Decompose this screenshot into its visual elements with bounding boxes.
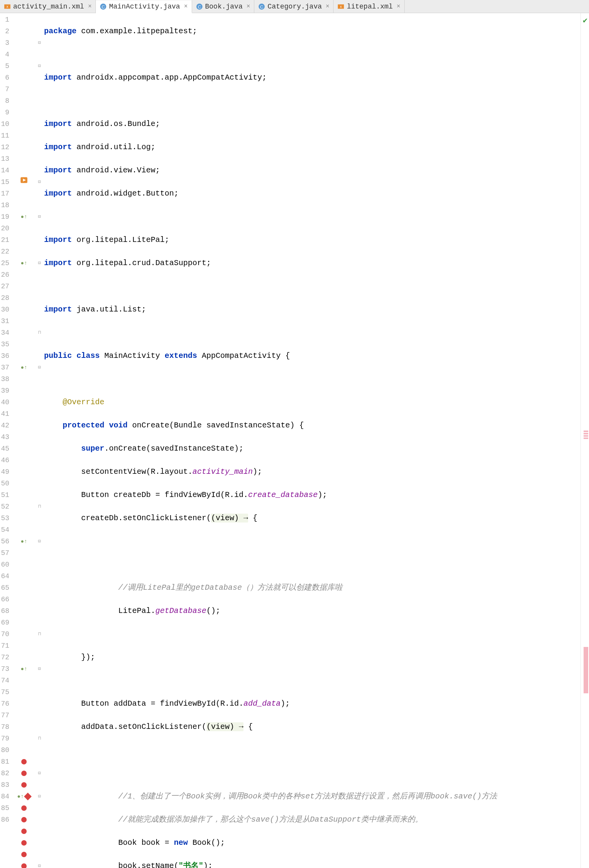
close-icon[interactable]: × [397, 3, 400, 10]
gutter-marks[interactable]: ●↑ ●↑ ●↑ ●↑ ●↑ ●↑ [12, 13, 36, 868]
breakpoint-icon[interactable] [21, 759, 27, 764]
check-icon: ✔ [583, 15, 587, 25]
java-class-icon: C [196, 3, 203, 10]
override-up-icon[interactable]: ●↑ [21, 211, 27, 223]
gutter-line-numbers: 12345 678910 1112131415 17181920 212225 … [0, 13, 12, 868]
tab-litepal-xml[interactable]: x litepal.xml × [334, 0, 404, 13]
code-editor[interactable]: 12345 678910 1112131415 17181920 212225 … [0, 13, 589, 868]
breakpoint-icon[interactable] [21, 771, 27, 776]
code-area[interactable]: package com.example.litpepaltest; import… [43, 13, 580, 868]
close-icon[interactable]: × [88, 3, 92, 10]
close-icon[interactable]: × [184, 3, 188, 10]
breakpoint-icon[interactable] [21, 863, 27, 868]
editor-tab-bar: x activity_main.xml × C MainActivity.jav… [0, 0, 589, 13]
xml-file-icon: x [337, 3, 344, 10]
tab-activity-main-xml[interactable]: x activity_main.xml × [0, 0, 96, 13]
svg-text:C: C [197, 4, 201, 9]
svg-text:C: C [260, 4, 263, 9]
breakpoint-icon[interactable] [21, 829, 27, 834]
implements-up-icon[interactable]: ●↑ [21, 663, 27, 675]
right-stripe[interactable]: ✔ [580, 13, 589, 868]
svg-text:x: x [7, 5, 9, 9]
xml-file-icon: x [4, 3, 11, 10]
breakpoint-icon[interactable] [21, 840, 27, 846]
tab-label: MainActivity.java [109, 3, 180, 10]
breakpoint-icon[interactable] [21, 782, 27, 788]
java-class-icon: C [100, 3, 107, 10]
tab-label: activity_main.xml [13, 3, 84, 10]
breakpoint-icon[interactable] [21, 817, 27, 822]
tab-label: Book.java [205, 3, 243, 10]
implements-up-icon[interactable]: ●↑ [17, 791, 24, 802]
diamond-breakpoint-icon[interactable] [24, 793, 32, 800]
implements-up-icon[interactable]: ●↑ [21, 536, 27, 547]
breakpoint-icon[interactable] [21, 805, 27, 811]
tab-category-java[interactable]: C Category.java × [254, 0, 334, 13]
breakpoint-icon[interactable] [21, 852, 27, 857]
java-class-icon: C [258, 3, 265, 10]
svg-text:x: x [340, 5, 342, 9]
close-icon[interactable]: × [247, 3, 250, 10]
tab-main-activity-java[interactable]: C MainActivity.java × [96, 0, 192, 13]
run-class-icon[interactable] [20, 176, 28, 188]
svg-text:C: C [102, 4, 105, 9]
close-icon[interactable]: × [326, 3, 330, 10]
implements-up-icon[interactable]: ●↑ [21, 257, 27, 269]
gutter-fold[interactable]: ⊟⊟ ⊟ ⊟ ⊟ ⊓⊟ ⊓⊟ ⊓⊟ ⊓ ⊟⊟ ⊟ ⊓⊓⊓ ⊓⊓ [36, 13, 43, 868]
implements-up-icon[interactable]: ●↑ [21, 362, 27, 373]
tab-label: Category.java [267, 3, 322, 10]
tab-label: litepal.xml [347, 3, 393, 10]
tab-book-java[interactable]: C Book.java × [192, 0, 255, 13]
